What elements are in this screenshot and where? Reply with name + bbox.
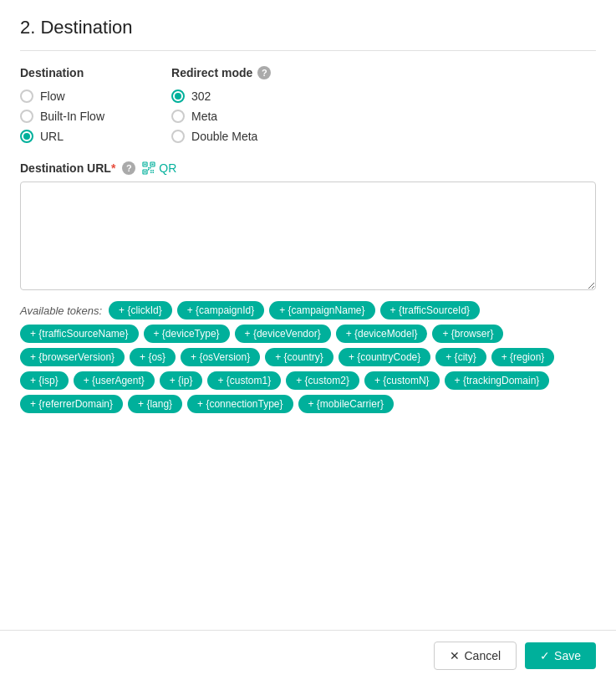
token-campaignid[interactable]: + {campaignId}	[177, 301, 264, 320]
token-trackingdomain[interactable]: + {trackingDomain}	[445, 371, 550, 390]
destination-url-textarea[interactable]	[20, 182, 596, 290]
dest-url-label: Destination URL*	[20, 161, 115, 175]
redirect-meta-option[interactable]: Meta	[171, 110, 271, 123]
token-browser[interactable]: + {browser}	[432, 325, 503, 343]
qr-icon	[142, 161, 155, 175]
redirect-mode-heading: Redirect mode ?	[171, 66, 271, 79]
qr-label: QR	[159, 161, 176, 175]
token-os[interactable]: + {os}	[130, 348, 176, 366]
token-lang[interactable]: + {lang}	[128, 395, 182, 413]
redirect-double-meta-radio[interactable]	[171, 130, 185, 143]
token-region[interactable]: + {region}	[491, 348, 555, 366]
destination-builtin-label: Built-In Flow	[40, 110, 104, 123]
token-country[interactable]: + {country}	[265, 348, 333, 366]
token-devicetype[interactable]: + {deviceType}	[144, 325, 230, 343]
redirect-mode-label: Redirect mode	[171, 66, 252, 79]
token-useragent[interactable]: + {userAgent}	[74, 371, 155, 390]
required-star: *	[111, 161, 115, 175]
svg-rect-1	[145, 164, 146, 166]
dest-url-row: Destination URL* ?	[20, 161, 596, 175]
token-browserversion[interactable]: + {browserVersion}	[20, 348, 125, 366]
token-clickid[interactable]: + {clickId}	[109, 301, 172, 320]
token-city[interactable]: + {city}	[435, 348, 486, 366]
token-devicevendor[interactable]: + {deviceVendor}	[235, 325, 331, 343]
svg-rect-7	[153, 170, 155, 171]
redirect-double-meta-option[interactable]: Double Meta	[171, 130, 271, 143]
svg-rect-10	[148, 167, 150, 169]
footer-bar: ✕ Cancel ✓ Save	[0, 630, 616, 680]
redirect-mode-radio-group: 302 Meta Double Meta	[171, 89, 271, 143]
token-countrycode[interactable]: + {countryCode}	[339, 348, 430, 366]
destination-flow-label: Flow	[40, 89, 65, 103]
svg-rect-8	[150, 172, 152, 174]
redirect-302-label: 302	[191, 89, 211, 103]
redirect-mode-help-icon[interactable]: ?	[257, 66, 271, 79]
svg-rect-9	[153, 172, 155, 174]
token-trafficsourceid[interactable]: + {trafficSourceId}	[380, 301, 481, 320]
svg-rect-3	[152, 164, 154, 166]
destination-url-label: URL	[40, 130, 64, 143]
destination-radio-group: Flow Built-In Flow URL	[20, 89, 104, 143]
dest-url-help-icon[interactable]: ?	[122, 161, 135, 175]
destination-flow-option[interactable]: Flow	[20, 89, 104, 103]
token-custom1[interactable]: + {custom1}	[207, 371, 281, 390]
destination-label: Destination	[20, 66, 104, 79]
destination-url-radio[interactable]	[20, 130, 33, 143]
redirect-meta-label: Meta	[191, 110, 217, 123]
token-campaignname[interactable]: + {campaignName}	[269, 301, 374, 320]
redirect-302-radio[interactable]	[171, 89, 185, 103]
destination-builtin-radio[interactable]	[20, 110, 33, 123]
qr-link[interactable]: QR	[142, 161, 176, 175]
cancel-icon: ✕	[450, 649, 460, 662]
save-button[interactable]: ✓ Save	[525, 642, 596, 669]
save-icon: ✓	[540, 649, 550, 662]
redirect-meta-radio[interactable]	[171, 110, 185, 123]
redirect-double-meta-label: Double Meta	[191, 130, 257, 143]
svg-rect-12	[148, 169, 150, 171]
options-row: Destination Flow Built-In Flow URL Red	[20, 66, 596, 143]
token-referrerdomain[interactable]: + {referrerDomain}	[20, 395, 123, 413]
cancel-label: Cancel	[464, 649, 501, 662]
token-connectiontype[interactable]: + {connectionType}	[187, 395, 293, 413]
destination-section: Destination Flow Built-In Flow URL	[20, 66, 104, 143]
page-container: 2. Destination Destination Flow Built-In…	[0, 0, 616, 480]
redirect-mode-section: Redirect mode ? 302 Meta Double Meta	[171, 66, 271, 143]
token-trafficsourcename[interactable]: + {trafficSourceName}	[20, 325, 139, 343]
save-label: Save	[554, 649, 581, 662]
tokens-container: + {trafficSourceName} + {deviceType} + {…	[20, 325, 596, 413]
token-osversion[interactable]: + {osVersion}	[181, 348, 260, 366]
tokens-label: Available tokens:	[20, 304, 102, 317]
destination-url-option[interactable]: URL	[20, 130, 104, 143]
svg-rect-11	[150, 167, 151, 169]
token-devicemodel[interactable]: + {deviceModel}	[336, 325, 428, 343]
redirect-302-option[interactable]: 302	[171, 89, 271, 103]
page-title: 2. Destination	[20, 17, 596, 51]
token-ip[interactable]: + {ip}	[160, 371, 203, 390]
svg-rect-6	[150, 170, 152, 171]
tokens-first-row: Available tokens: + {clickId} + {campaig…	[20, 301, 596, 320]
token-mobilecarrier[interactable]: + {mobileCarrier}	[298, 395, 394, 413]
token-customn[interactable]: + {customN}	[364, 371, 440, 390]
cancel-button[interactable]: ✕ Cancel	[434, 642, 517, 670]
destination-flow-radio[interactable]	[20, 89, 33, 103]
token-isp[interactable]: + {isp}	[20, 371, 69, 390]
token-custom2[interactable]: + {custom2}	[286, 371, 359, 390]
svg-rect-5	[145, 171, 146, 173]
tokens-section: Available tokens: + {clickId} + {campaig…	[20, 301, 596, 413]
destination-builtin-option[interactable]: Built-In Flow	[20, 110, 104, 123]
